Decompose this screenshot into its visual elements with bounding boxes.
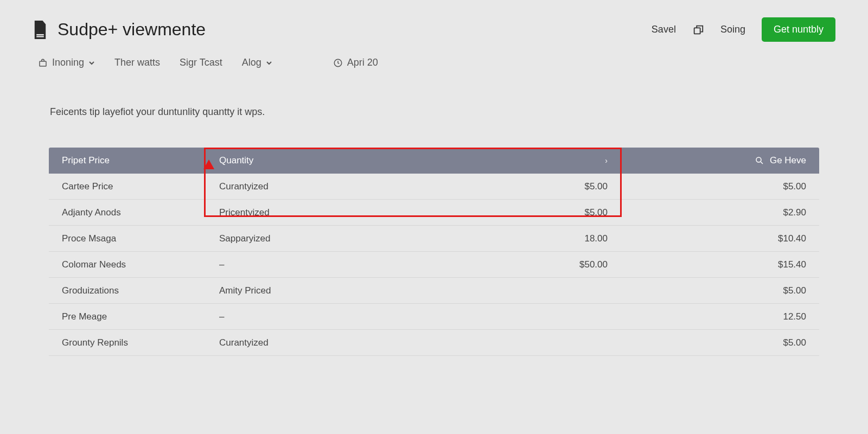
cell-quantity: Curantyized — [206, 181, 391, 192]
table-row[interactable]: Grounty RepnilsCurantyized$5.00 — [49, 330, 819, 356]
cell-name: Cartee Price — [49, 181, 206, 192]
cell-quantity: – — [206, 259, 391, 270]
page-header: Sudpe+ viewmente Savel Soing Get nuntbly — [33, 17, 835, 42]
alog-label: Alog — [242, 57, 261, 68]
cell-amount-2: 12.50 — [629, 311, 819, 322]
table-row[interactable]: Colomar Needs–$50.00$15.40 — [49, 252, 819, 278]
svg-rect-1 — [36, 36, 44, 37]
cell-amount-2: $10.40 — [629, 233, 819, 244]
cell-quantity: Curantyized — [206, 337, 391, 348]
price-table: Pripet Price Quantity › Ge Heve Cartee P… — [49, 148, 819, 356]
search-icon — [755, 156, 764, 165]
th-ge-heve-label: Ge Heve — [770, 155, 806, 166]
bag-icon — [38, 58, 48, 68]
cell-amount-2: $15.40 — [629, 259, 819, 270]
cell-quantity: Pricentyized — [206, 207, 391, 218]
date-picker[interactable]: Apri 20 — [333, 57, 378, 68]
table-row[interactable]: Cartee PriceCurantyized$5.00$5.00 — [49, 174, 819, 200]
svg-rect-2 — [694, 28, 700, 34]
sigr-tcast-label: Sigr Tcast — [180, 57, 222, 68]
table-row[interactable]: GroduizationsAmity Priced$5.00 — [49, 278, 819, 304]
cell-amount-1: 18.00 — [391, 233, 629, 244]
th-pripet-price[interactable]: Pripet Price — [49, 155, 206, 166]
cell-amount-1: $5.00 — [391, 207, 629, 218]
chevron-down-icon — [88, 60, 95, 66]
inoning-dropdown[interactable]: Inoning — [38, 57, 95, 68]
svg-rect-3 — [40, 61, 46, 66]
ther-watts-label: Ther watts — [114, 57, 160, 68]
cell-name: Grounty Repnils — [49, 337, 206, 348]
soing-link[interactable]: Soing — [720, 24, 745, 35]
sigr-tcast-tab[interactable]: Sigr Tcast — [180, 57, 222, 68]
th-quantity[interactable]: Quantity › — [206, 155, 629, 166]
cell-quantity: Amity Priced — [206, 285, 391, 296]
alog-dropdown[interactable]: Alog — [242, 57, 272, 68]
summary-text: Feicents tip layefiot your duntunlity qu… — [33, 106, 835, 118]
cell-name: Proce Msaga — [49, 233, 206, 244]
table-header-row: Pripet Price Quantity › Ge Heve — [49, 148, 819, 174]
save-link[interactable]: Savel — [652, 24, 676, 35]
svg-rect-0 — [36, 34, 44, 35]
table-row[interactable]: Adjanty AnodsPricentyized$5.00$2.90 — [49, 200, 819, 226]
cell-amount-2: $2.90 — [629, 207, 819, 218]
table-row[interactable]: Proce MsagaSapparyized18.00$10.40 — [49, 226, 819, 252]
cell-quantity: – — [206, 311, 391, 322]
toolbar: Inoning Ther watts Sigr Tcast Alog Apri … — [33, 57, 835, 68]
page-title: Sudpe+ viewmente — [58, 20, 206, 40]
cell-amount-2: $5.00 — [629, 337, 819, 348]
svg-point-5 — [756, 157, 761, 162]
cell-quantity: Sapparyized — [206, 233, 391, 244]
document-icon — [33, 21, 48, 39]
clock-icon — [333, 58, 343, 68]
cell-name: Groduizations — [49, 285, 206, 296]
chevron-down-icon — [266, 60, 272, 66]
share-icon[interactable] — [692, 24, 704, 36]
inoning-label: Inoning — [52, 57, 84, 68]
table-row[interactable]: Pre Meage–12.50 — [49, 304, 819, 330]
cell-amount-2: $5.00 — [629, 181, 819, 192]
date-label: Apri 20 — [347, 57, 378, 68]
cell-amount-2: $5.00 — [629, 285, 819, 296]
cell-amount-1: $5.00 — [391, 181, 629, 192]
cell-name: Pre Meage — [49, 311, 206, 322]
cell-name: Adjanty Anods — [49, 207, 206, 218]
cell-amount-1: $50.00 — [391, 259, 629, 270]
chevron-right-icon: › — [605, 156, 608, 165]
cell-name: Colomar Needs — [49, 259, 206, 270]
th-quantity-label: Quantity — [219, 155, 253, 166]
get-nuntbly-button[interactable]: Get nuntbly — [762, 17, 835, 42]
ther-watts-tab[interactable]: Ther watts — [114, 57, 160, 68]
th-ge-heve[interactable]: Ge Heve — [629, 155, 819, 166]
